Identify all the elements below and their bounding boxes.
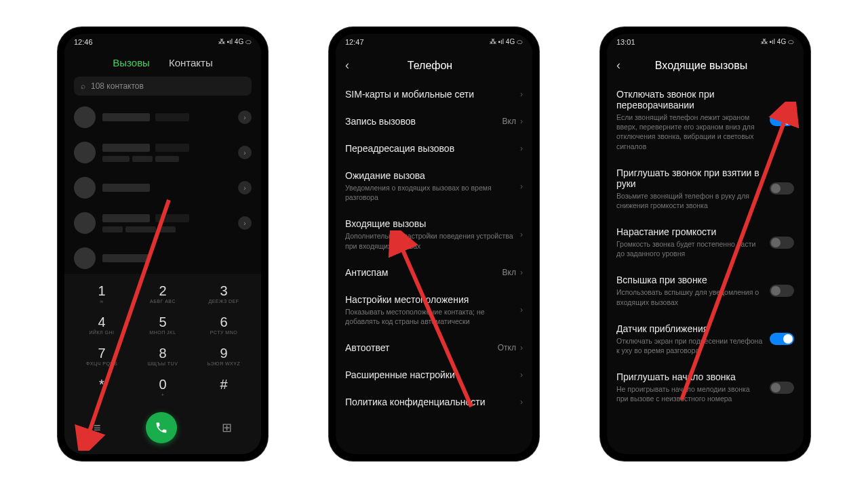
key-hash[interactable]: # <box>200 377 248 397</box>
key-4[interactable]: 4ИЙКЛ GHI <box>78 314 125 335</box>
key-8[interactable]: 8ШЩЪЫ TUV <box>139 346 186 366</box>
toggle-switch[interactable] <box>770 333 794 345</box>
item-title: Датчик приближения <box>616 323 763 334</box>
item-title: Запись вызовов <box>345 116 502 127</box>
phone-1: 12:46 ⁂ ▪ıl 4G ⬭ Вызовы Контакты ⌕ 108 к… <box>58 27 268 461</box>
item-title: Нарастание громкости <box>616 226 763 237</box>
status-icons: ⁂ ▪ıl 4G ⬭ <box>761 38 794 46</box>
header: ‹ Входящие вызовы <box>607 50 804 81</box>
menu-button[interactable]: ≡ <box>94 421 101 435</box>
chevron-right-icon[interactable]: › <box>238 110 252 124</box>
settings-item[interactable]: Входящие вызовыДополнительные настройки … <box>345 210 523 258</box>
call-button[interactable] <box>146 412 177 443</box>
chevron-right-icon: › <box>520 397 523 407</box>
settings-item: Приглушать звонок при взятии в рукиВозьм… <box>616 159 794 218</box>
item-title: Приглушать начало звонка <box>616 371 763 382</box>
settings-item[interactable]: SIM-карты и мобильные сети› <box>345 81 523 108</box>
status-bar: 12:47 ⁂ ▪ıl 4G ⬭ <box>336 34 532 50</box>
avatar <box>74 247 96 269</box>
list-item[interactable]: › <box>74 205 252 241</box>
avatar <box>74 106 96 128</box>
chevron-right-icon: › <box>520 89 523 99</box>
settings-item: Датчик приближенияОтключать экран при по… <box>616 315 794 363</box>
list-item[interactable]: › <box>74 135 252 170</box>
toggle-switch[interactable] <box>770 285 794 297</box>
key-7[interactable]: 7ФХЦЧ PQRS <box>78 346 125 366</box>
screen-3: 13:01 ⁂ ▪ıl 4G ⬭ ‹ Входящие вызовы Отклю… <box>607 34 804 454</box>
settings-item[interactable]: АнтиспамВкл› <box>345 259 523 286</box>
dialpad-toggle[interactable]: ⊞ <box>222 420 232 435</box>
chevron-right-icon: › <box>520 343 523 352</box>
key-2[interactable]: 2АБВГ ABC <box>139 283 186 304</box>
chevron-right-icon: › <box>520 268 523 277</box>
item-title: Политика конфиденциальности <box>345 396 520 407</box>
settings-item: Вспышка при звонкеИспользовать вспышку д… <box>616 266 794 314</box>
screen-2: 12:47 ⁂ ▪ıl 4G ⬭ ‹ Телефон SIM-карты и м… <box>336 34 532 454</box>
search-icon: ⌕ <box>81 81 85 91</box>
item-subtitle: Не проигрывать начало мелодии звонка при… <box>616 384 763 403</box>
item-title: Антиспам <box>345 267 502 278</box>
item-subtitle: Дополнительные настройки поведения устро… <box>345 231 520 250</box>
chevron-right-icon: › <box>520 144 523 153</box>
page-title: Телефон <box>355 60 523 72</box>
toggle-switch[interactable] <box>770 182 794 195</box>
dialpad: 1∞2АБВГ ABC3ДЕЁЖЗ DEF 4ИЙКЛ GHI5МНОП JKL… <box>64 274 261 454</box>
tab-contacts[interactable]: Контакты <box>169 57 213 68</box>
settings-item: Нарастание громкостиГромкость звонка буд… <box>616 218 794 266</box>
item-subtitle: Отключать экран при поднесении телефона … <box>616 336 763 355</box>
settings-item[interactable]: АвтоответОткл› <box>345 334 523 361</box>
settings-item[interactable]: Переадресация вызовов› <box>345 135 523 162</box>
settings-item[interactable]: Настройки местоположенияПоказывать место… <box>345 286 523 334</box>
chevron-right-icon[interactable]: › <box>238 216 252 230</box>
tabs: Вызовы Контакты <box>64 50 261 73</box>
item-title: Приглушать звонок при взятии в руки <box>616 167 763 189</box>
key-6[interactable]: 6РСТУ MNO <box>200 314 248 335</box>
key-9[interactable]: 9ЬЭЮЯ WXYZ <box>200 346 248 366</box>
list-item[interactable]: › <box>74 100 252 135</box>
toggle-switch[interactable] <box>770 114 794 126</box>
settings-item[interactable]: Запись вызововВкл› <box>345 108 523 135</box>
tab-calls[interactable]: Вызовы <box>113 57 150 68</box>
chevron-right-icon[interactable]: › <box>238 146 252 159</box>
status-icons: ⁂ ▪ıl 4G ⬭ <box>218 38 252 46</box>
item-subtitle: Возьмите звонящий телефон в руку для сни… <box>616 191 763 210</box>
call-list: › › › › <box>64 100 261 276</box>
chevron-right-icon: › <box>520 230 523 239</box>
clock: 12:47 <box>345 38 364 46</box>
item-title: Входящие вызовы <box>345 218 520 229</box>
settings-item[interactable]: Ожидание вызоваУведомления о входящих вы… <box>345 162 523 210</box>
avatar <box>74 212 96 234</box>
back-button[interactable]: ‹ <box>616 58 620 73</box>
settings-item[interactable]: Политика конфиденциальности› <box>345 388 523 415</box>
clock: 13:01 <box>616 38 635 46</box>
item-title: Расширенные настройки <box>345 369 520 380</box>
screen-1: 12:46 ⁂ ▪ıl 4G ⬭ Вызовы Контакты ⌕ 108 к… <box>64 34 261 454</box>
key-3[interactable]: 3ДЕЁЖЗ DEF <box>200 283 248 304</box>
key-5[interactable]: 5МНОП JKL <box>139 314 186 335</box>
item-subtitle: Использовать вспышку для уведомления о в… <box>616 287 763 306</box>
item-subtitle: Уведомления о входящих вызовах во время … <box>345 183 520 202</box>
toggle-switch[interactable] <box>770 382 794 394</box>
item-title: Вспышка при звонке <box>616 274 763 285</box>
toggle-switch[interactable] <box>770 237 794 249</box>
back-button[interactable]: ‹ <box>345 58 349 73</box>
key-star[interactable]: * <box>78 377 125 397</box>
item-title: Переадресация вызовов <box>345 143 520 154</box>
settings-item[interactable]: Расширенные настройки› <box>345 361 523 388</box>
item-subtitle: Громкость звонка будет постепенно расти … <box>616 239 763 258</box>
item-title: SIM-карты и мобильные сети <box>345 89 520 100</box>
key-1[interactable]: 1∞ <box>78 283 125 304</box>
chevron-right-icon: › <box>520 117 523 126</box>
item-title: Настройки местоположения <box>345 294 520 305</box>
header: ‹ Телефон <box>336 50 532 81</box>
search-input[interactable]: ⌕ 108 контактов <box>74 77 252 96</box>
list-item[interactable]: › <box>74 170 252 205</box>
chevron-right-icon[interactable]: › <box>238 181 252 195</box>
status-icons: ⁂ ▪ıl 4G ⬭ <box>490 38 523 46</box>
list-item[interactable] <box>74 241 252 276</box>
chevron-right-icon: › <box>520 182 523 191</box>
key-0[interactable]: 0+ <box>139 377 186 397</box>
item-title: Ожидание вызова <box>345 170 520 181</box>
phone-2: 12:47 ⁂ ▪ıl 4G ⬭ ‹ Телефон SIM-карты и м… <box>329 27 539 461</box>
avatar <box>74 177 96 199</box>
